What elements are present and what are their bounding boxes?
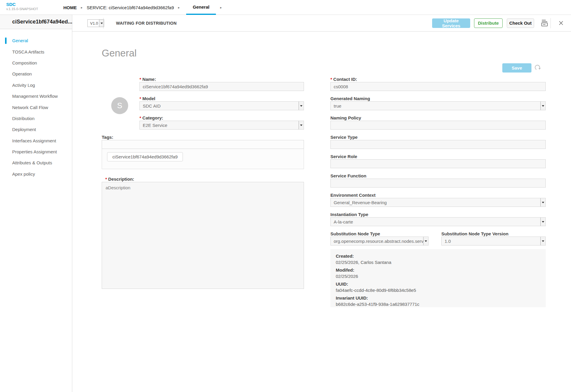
top-nav: SDC v.1.15.0-SNAPSHOT HOME ▸ SERVICE: ci… — [0, 0, 571, 15]
naming-policy-field-group: Naming Policy — [330, 115, 546, 130]
print-icon[interactable] — [541, 20, 548, 26]
category-select[interactable]: E2E Service — [139, 121, 304, 130]
service-name-panel: ciService1bf674a94ed... — [0, 15, 72, 29]
service-type-field-group: Service Type — [330, 135, 546, 149]
substitution-node-type-version-field-group: Substitution Node Type Version 1.0 — [441, 231, 546, 245]
breadcrumb-service[interactable]: SERVICE: ciService1bf674a94ed9d3662fa9 — [87, 0, 174, 15]
generated-naming-select[interactable]: true — [330, 101, 546, 110]
sidebar-item-label: Operation — [12, 71, 32, 76]
created-label: Created: — [336, 253, 540, 259]
version-select[interactable]: V1.0 — [87, 19, 104, 27]
toolbar-divider — [550, 18, 551, 28]
service-function-field-group: Service Function — [330, 173, 546, 188]
update-services-button[interactable]: Update Services — [432, 18, 470, 28]
substitution-row: Substitution Node Type org.openecomp.res… — [330, 231, 546, 245]
uuid-label: UUID: — [336, 281, 540, 287]
sidebar-item-properties-assignment[interactable]: Properties Assignment — [0, 146, 72, 157]
toolbar-divider — [103, 18, 103, 29]
save-button[interactable]: Save — [502, 63, 531, 73]
metadata-box: Created: 02/25/2026, Carlos Santana Modi… — [330, 249, 546, 307]
instantiation-type-select[interactable]: A-la-carte — [330, 217, 546, 226]
required-marker: * — [139, 115, 141, 120]
required-marker: * — [330, 77, 332, 82]
invariant-uuid-label: Invariant UUID: — [336, 295, 540, 301]
app-logo-text: SDC — [6, 2, 38, 7]
service-type-label: Service Type — [330, 135, 546, 140]
service-type-input[interactable] — [330, 140, 546, 149]
sidebar-item-general[interactable]: General — [0, 35, 72, 46]
modified-label: Modifed: — [336, 267, 540, 273]
version-select-value: V1.0 — [88, 21, 99, 26]
sidebar-item-label: Interfaces Assignment — [12, 138, 56, 143]
name-field-group: *Name: — [139, 77, 304, 91]
service-name-title: ciService1bf674a94ed... — [12, 19, 72, 25]
chevron-down-icon — [540, 237, 546, 245]
distribute-button[interactable]: Distribute — [474, 18, 503, 28]
breadcrumb-home[interactable]: HOME — [63, 0, 77, 15]
chevron-down-icon — [540, 217, 546, 226]
environment-context-label: Environment Context — [330, 193, 546, 198]
sidebar-item-label: Attributes & Outputs — [12, 160, 52, 165]
contact-id-field-group: *Contact ID: — [330, 77, 546, 91]
model-select[interactable]: SDC AID — [139, 101, 304, 110]
instantiation-type-label: Instantiation Type — [330, 212, 546, 217]
description-label: *Description: — [102, 177, 304, 182]
substitution-node-type-select[interactable]: org.openecomp.resource.abstract.nodes.se… — [330, 237, 429, 245]
status-badge: WAITING FOR DISTRIBUTION — [116, 15, 177, 31]
close-icon[interactable] — [559, 21, 563, 25]
generated-naming-field-group: Generated Naming true — [330, 96, 546, 110]
uuid-value: fa04aefc-ccdd-4c8e-80d9-6f6bb34c58e5 — [336, 287, 540, 293]
description-textarea[interactable]: aDescription — [102, 182, 304, 289]
tags-field-group: Tags: ciService1bf674a94ed9d3662fa9 — [102, 135, 304, 169]
name-input[interactable] — [139, 82, 304, 91]
sidebar-item-attributes-outputs[interactable]: Attributes & Outputs — [0, 157, 72, 168]
tags-input[interactable] — [102, 140, 304, 149]
service-function-label: Service Function — [330, 173, 546, 179]
category-label: *Category: — [139, 115, 304, 121]
breadcrumb-arrow-icon: ▸ — [220, 0, 222, 15]
page-title: General — [102, 48, 137, 59]
sidebar-item-label: Composition — [12, 60, 37, 65]
sidebar-item-label: Apex policy — [12, 171, 35, 177]
tags-label: Tags: — [102, 135, 304, 140]
substitution-node-type-version-select[interactable]: 1.0 — [441, 237, 546, 245]
sidebar-item-activity-log[interactable]: Activity Log — [0, 80, 72, 91]
tab-general[interactable]: General — [186, 0, 216, 15]
description-field-group: *Description: aDescription — [102, 177, 304, 290]
environment-context-select[interactable]: General_Revenue-Bearing — [330, 198, 546, 207]
naming-policy-input[interactable] — [330, 121, 546, 130]
modified-value: 02/25/2026 — [336, 273, 540, 279]
sidebar-item-deployment[interactable]: Deployment — [0, 124, 72, 135]
app-version: v.1.15.0-SNAPSHOT — [6, 7, 38, 11]
service-function-input[interactable] — [330, 179, 546, 188]
tag-chip[interactable]: ciService1bf674a94ed9d3662fa9 — [107, 152, 183, 161]
name-label: *Name: — [139, 77, 304, 82]
active-indicator — [5, 37, 7, 44]
breadcrumb: HOME ▸ SERVICE: ciService1bf674a94ed9d36… — [63, 0, 226, 15]
contact-id-input[interactable] — [330, 82, 546, 91]
sidebar-item-label: General — [12, 38, 28, 43]
sidebar-item-management-workflow[interactable]: Management Workflow — [0, 91, 72, 102]
sidebar-item-tosca-artifacts[interactable]: TOSCA Artifacts — [0, 46, 72, 57]
sidebar-item-label: Distribution — [12, 116, 34, 121]
service-role-label: Service Role — [330, 154, 546, 159]
naming-policy-label: Naming Policy — [330, 115, 546, 121]
sidebar-item-label: Network Call Flow — [12, 105, 48, 110]
sidebar-item-composition[interactable]: Composition — [0, 57, 72, 68]
model-label: *Model — [139, 96, 304, 101]
sidebar-item-network-call-flow[interactable]: Network Call Flow — [0, 102, 72, 113]
contact-id-label: *Contact ID: — [330, 77, 546, 82]
sidebar-item-interfaces-assignment[interactable]: Interfaces Assignment — [0, 135, 72, 146]
sidebar-item-distribution[interactable]: Distribution — [0, 113, 72, 124]
sidebar-item-label: TOSCA Artifacts — [12, 49, 44, 54]
substitution-node-type-version-label: Substitution Node Type Version — [441, 231, 546, 237]
tags-chip-container: ciService1bf674a94ed9d3662fa9 — [102, 149, 304, 169]
sidebar-item-label: Management Workflow — [12, 94, 58, 99]
generated-naming-label: Generated Naming — [330, 96, 546, 101]
workspace-toolbar: V1.0 WAITING FOR DISTRIBUTION Update Ser… — [72, 15, 571, 32]
sidebar-item-operation[interactable]: Operation — [0, 68, 72, 79]
revert-icon[interactable] — [535, 64, 541, 72]
checkout-button[interactable]: Check Out — [507, 18, 534, 28]
sidebar-item-apex-policy[interactable]: Apex policy — [0, 169, 72, 180]
service-role-input[interactable] — [330, 159, 546, 168]
